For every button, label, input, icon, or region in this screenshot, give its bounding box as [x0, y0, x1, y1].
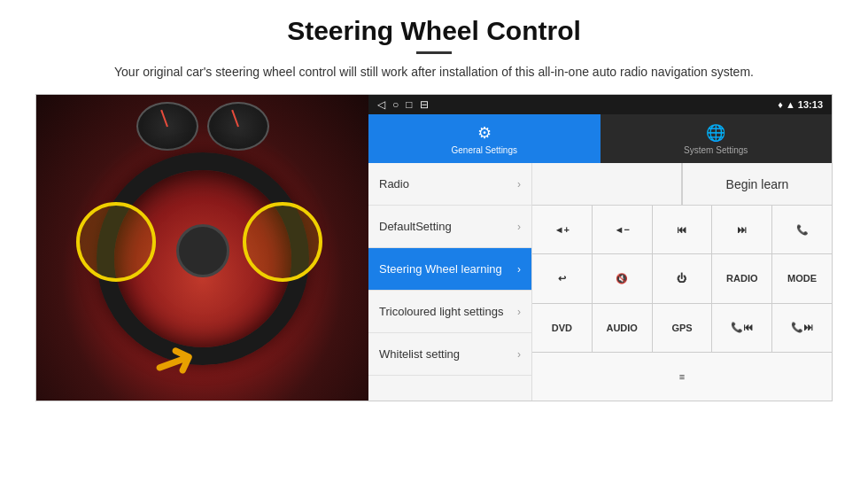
- menu-item-whitelist[interactable]: Whitelist setting ›: [368, 333, 531, 376]
- chevron-right-icon: ›: [517, 348, 521, 361]
- highlight-circle-left: [76, 202, 156, 282]
- dvd-button[interactable]: DVD: [532, 304, 593, 352]
- steering-wheel-image: ➜: [36, 95, 368, 401]
- title-divider: [416, 51, 452, 54]
- chevron-right-icon: ›: [517, 263, 521, 276]
- buttons-panel: Begin learn ◄+ ◄−: [532, 163, 832, 401]
- back-icon: ◁: [377, 98, 385, 111]
- status-bar-right: ♦ ▲ 13:13: [778, 99, 823, 110]
- vol-up-label: ◄+: [554, 224, 570, 235]
- menu-panel: Radio › DefaultSetting › Steering Wheel …: [368, 163, 532, 401]
- dashboard: [105, 102, 300, 155]
- menu-item-steering[interactable]: Steering Wheel learning ›: [368, 248, 531, 291]
- empty-cell: [532, 163, 683, 205]
- radio-label: RADIO: [726, 273, 757, 284]
- recent-icon: □: [406, 98, 412, 111]
- phone-button[interactable]: 📞: [772, 206, 832, 253]
- phone-prev-label: 📞⏮: [731, 322, 753, 333]
- steering-wheel-panel: ➜: [36, 95, 368, 401]
- menu-item-tricoloured[interactable]: Tricoloured light settings ›: [368, 291, 531, 333]
- tab-general-label: General Settings: [452, 145, 518, 155]
- tab-system[interactable]: 🌐 System Settings: [601, 114, 833, 163]
- vol-up-button[interactable]: ◄+: [532, 206, 593, 253]
- prev-track-label: ⏮: [677, 224, 686, 235]
- tab-bar: ⚙ General Settings 🌐 System Settings: [368, 114, 832, 163]
- menu-icon: ⊟: [420, 98, 429, 111]
- content-area: Radio › DefaultSetting › Steering Wheel …: [368, 163, 832, 401]
- tab-system-label: System Settings: [684, 145, 748, 155]
- menu-steering-label: Steering Wheel learning: [379, 262, 502, 276]
- next-track-label: ⏭: [737, 224, 747, 235]
- phone-label: 📞: [796, 224, 809, 236]
- audio-label: AUDIO: [606, 323, 637, 333]
- gps-button[interactable]: GPS: [653, 304, 713, 352]
- begin-learn-row: Begin learn: [532, 163, 832, 206]
- globe-icon: 🌐: [706, 123, 725, 143]
- hangup-button[interactable]: ↩: [532, 254, 593, 302]
- radio-button[interactable]: RADIO: [712, 254, 772, 302]
- menu-default-label: DefaultSetting: [379, 220, 452, 233]
- vol-down-button[interactable]: ◄−: [593, 206, 653, 253]
- mode-button[interactable]: MODE: [772, 254, 832, 302]
- next-track-button[interactable]: ⏭: [712, 206, 772, 253]
- gauge-right: [207, 102, 269, 151]
- ctrl-row-4: ≡: [532, 353, 832, 401]
- prev-track-button[interactable]: ⏮: [653, 206, 713, 253]
- page-container: Steering Wheel Control Your original car…: [0, 0, 868, 498]
- steering-wheel-center: [176, 224, 229, 277]
- menu-radio-label: Radio: [379, 177, 409, 191]
- main-content: ➜ ◁ ○ □ ⊟ ♦ ▲ 13:13 ⚙: [35, 94, 833, 401]
- home-icon: ○: [392, 98, 399, 111]
- mode-label: MODE: [787, 273, 817, 284]
- chevron-right-icon: ›: [517, 306, 521, 318]
- phone-next-label: 📞⏭: [791, 322, 813, 333]
- android-panel: ◁ ○ □ ⊟ ♦ ▲ 13:13 ⚙ General Settings 🌐: [368, 95, 832, 401]
- mute-button[interactable]: 🔇: [593, 254, 653, 302]
- power-label: ⏻: [677, 273, 686, 284]
- gps-label: GPS: [671, 323, 692, 333]
- controls-grid: ◄+ ◄− ⏮ ⏭ 📞: [532, 206, 832, 401]
- menu-item-default[interactable]: DefaultSetting ›: [368, 206, 531, 248]
- phone-next-button[interactable]: 📞⏭: [772, 304, 832, 352]
- status-bar: ◁ ○ □ ⊟ ♦ ▲ 13:13: [368, 95, 832, 114]
- dvd-label: DVD: [552, 323, 572, 333]
- chevron-right-icon: ›: [517, 178, 521, 191]
- page-title: Steering Wheel Control: [287, 16, 581, 46]
- highlight-circle-right: [243, 202, 322, 282]
- clock: 13:13: [798, 99, 823, 110]
- signal-icon: ♦ ▲: [778, 99, 798, 110]
- gauge-left: [136, 102, 198, 151]
- menu-whitelist-label: Whitelist setting: [379, 347, 460, 361]
- begin-learn-button[interactable]: Begin learn: [683, 163, 832, 205]
- phone-prev-button[interactable]: 📞⏮: [712, 304, 772, 352]
- menu-item-radio[interactable]: Radio ›: [368, 163, 531, 206]
- vol-down-label: ◄−: [615, 224, 630, 235]
- status-bar-left: ◁ ○ □ ⊟: [377, 98, 429, 111]
- ctrl-row-3: DVD AUDIO GPS 📞⏮: [532, 304, 832, 353]
- chevron-right-icon: ›: [517, 221, 521, 233]
- whitelist-icon-button[interactable]: ≡: [532, 353, 832, 401]
- tab-general[interactable]: ⚙ General Settings: [368, 114, 601, 163]
- ctrl-row-1: ◄+ ◄− ⏮ ⏭ 📞: [532, 206, 832, 254]
- ctrl-row-2: ↩ 🔇 ⏻ RADIO MOD: [532, 254, 832, 303]
- gear-icon: ⚙: [477, 123, 492, 143]
- page-subtitle: Your original car's steering wheel contr…: [114, 63, 754, 82]
- menu-tricoloured-label: Tricoloured light settings: [379, 305, 503, 318]
- power-button[interactable]: ⏻: [653, 254, 713, 302]
- mute-label: 🔇: [616, 273, 628, 284]
- whitelist-icon-label: ≡: [679, 371, 685, 382]
- audio-button[interactable]: AUDIO: [593, 304, 653, 352]
- hangup-label: ↩: [558, 273, 566, 284]
